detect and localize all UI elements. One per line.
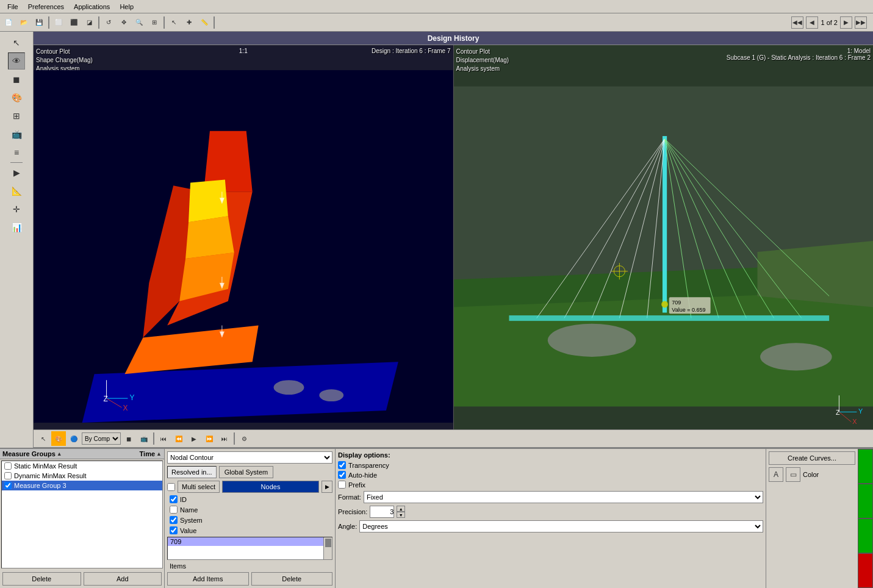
multi-select-cb[interactable] — [167, 483, 175, 491]
by-comp-select[interactable]: By Comp — [82, 432, 121, 445]
font-a-btn[interactable]: A — [769, 467, 783, 482]
sidebar-measure-icon[interactable]: 📐 — [8, 182, 25, 199]
rotate-btn[interactable]: ↺ — [101, 15, 116, 30]
border-btn[interactable]: ▭ — [786, 467, 800, 482]
entity-item-709[interactable]: 709 — [168, 537, 332, 546]
sidebar-model-icon[interactable]: ◼ — [8, 71, 25, 88]
probe-btn[interactable]: ✚ — [182, 15, 196, 30]
bt-model[interactable]: ◼ — [121, 431, 136, 446]
system-checkbox[interactable] — [170, 516, 178, 524]
bt-prev[interactable]: ⏮ — [156, 431, 171, 446]
nav-fwd-btn[interactable]: ▶ — [840, 16, 852, 29]
view-btn1[interactable]: ⬜ — [51, 15, 66, 30]
view-btn2[interactable]: ⬛ — [66, 15, 81, 30]
measure-groups-list: Static MinMax Result Dynamic MinMax Resu… — [1, 461, 163, 568]
svg-text:X: X — [123, 404, 128, 412]
view-btn3[interactable]: ◪ — [82, 15, 96, 30]
menu-preferences[interactable]: Preferences — [23, 3, 69, 10]
mg-buttons: Delete Add — [0, 570, 164, 588]
display-options-header: Display options: — [338, 451, 763, 459]
sidebar-mesh-icon[interactable]: ⊞ — [8, 107, 25, 124]
angle-select[interactable]: Degrees Radians — [359, 520, 763, 532]
save-btn[interactable]: 💾 — [32, 15, 46, 30]
precision-down[interactable]: ▼ — [397, 512, 405, 518]
sidebar-results-icon[interactable]: 📊 — [8, 219, 25, 236]
name-checkbox[interactable] — [170, 506, 178, 514]
bt-fwd[interactable]: ⏩ — [202, 431, 217, 446]
bt-last[interactable]: ⏭ — [217, 431, 232, 446]
right-viewport[interactable]: Contour Plot Displacement(Mag) Analysis … — [454, 45, 874, 448]
nav-prev-btn[interactable]: ◀◀ — [791, 16, 803, 29]
bt-settings[interactable]: ⚙ — [237, 431, 251, 446]
mg-item-dynamic[interactable]: Dynamic MinMax Result — [2, 471, 162, 481]
open-btn[interactable]: 📂 — [16, 15, 31, 30]
curves-icons-row: A ▭ Color — [769, 467, 855, 482]
bt-select[interactable]: ↖ — [36, 431, 51, 446]
mg-add-btn[interactable]: Add — [84, 572, 162, 586]
display-checkboxes: Transparency Auto-hide Prefix — [338, 461, 763, 489]
create-curves-btn[interactable]: Create Curves... — [769, 451, 855, 465]
nodes-expand-btn[interactable]: ▶ — [322, 481, 332, 493]
contour-type-select[interactable]: Nodal Contour Elemental Contour Vector P… — [167, 451, 332, 464]
format-row: Format: Fixed Scientific Engineering — [338, 491, 763, 503]
transparency-cb[interactable] — [338, 461, 346, 469]
bt-color[interactable]: 🎨 — [51, 431, 66, 446]
mg-delete-btn[interactable]: Delete — [2, 572, 81, 586]
mg-cb-group3[interactable] — [4, 482, 12, 489]
global-system-btn[interactable]: Global System — [219, 466, 274, 478]
measure-btn[interactable]: 📏 — [197, 15, 212, 30]
add-items-btn[interactable]: Add Items — [167, 572, 249, 586]
transparency-row: Transparency — [338, 461, 763, 469]
multi-select-btn[interactable]: Multi select — [178, 481, 220, 493]
menu-help[interactable]: Help — [115, 3, 138, 10]
precision-input[interactable] — [370, 506, 394, 518]
prefix-cb[interactable] — [338, 481, 346, 489]
menu-file[interactable]: File — [2, 3, 23, 10]
sidebar-contour-icon[interactable]: 🎨 — [8, 89, 25, 106]
mg-cb-dynamic[interactable] — [4, 472, 12, 479]
svg-text:709: 709 — [672, 299, 681, 306]
entity-listbox[interactable]: 709 — [167, 537, 332, 560]
svg-text:Y: Y — [858, 407, 863, 415]
precision-up[interactable]: ▲ — [397, 506, 405, 512]
delete-entity-btn[interactable]: Delete — [251, 572, 333, 586]
fit-btn[interactable]: ⊞ — [147, 15, 162, 30]
value-checkbox[interactable] — [170, 526, 178, 534]
select-btn[interactable]: ↖ — [167, 15, 181, 30]
bt-back[interactable]: ⏪ — [171, 431, 186, 446]
format-select[interactable]: Fixed Scientific Engineering — [364, 491, 763, 503]
sidebar-animate-icon[interactable]: ▶ — [8, 164, 25, 181]
mg-cb-static[interactable] — [4, 462, 12, 470]
sidebar-cursor-icon[interactable]: ↖ — [8, 34, 25, 51]
mg-item-static[interactable]: Static MinMax Result — [2, 461, 162, 471]
bt-play[interactable]: ▶ — [187, 431, 201, 446]
left-viewport[interactable]: Contour Plot Shape Change(Mag) Analysis … — [34, 45, 454, 448]
new-btn[interactable]: 📄 — [1, 15, 16, 30]
svg-marker-26 — [757, 241, 873, 307]
svg-point-15 — [274, 380, 304, 395]
mg-header-label: Measure Groups ▲ — [2, 450, 62, 457]
zoom-btn[interactable]: 🔍 — [132, 15, 146, 30]
sidebar-view-icon[interactable]: 👁 — [8, 52, 25, 70]
entity-scrollbar[interactable] — [323, 537, 332, 559]
left-sidebar: ↖ 👁 ◼ 🎨 ⊞ 📺 ≡ ▶ 📐 ✛ 📊 — [0, 32, 34, 448]
precision-row: Precision: ▲ ▼ — [338, 506, 763, 518]
pan-btn[interactable]: ✥ — [117, 15, 131, 30]
sidebar-probe-icon[interactable]: ✛ — [8, 201, 25, 218]
color-bars — [858, 449, 873, 588]
value-checkbox-row: Value — [170, 526, 332, 534]
nav-last-btn[interactable]: ▶▶ — [855, 16, 867, 29]
bt-contour[interactable]: 🔵 — [66, 431, 81, 446]
autohide-cb[interactable] — [338, 471, 346, 479]
sidebar-display-icon[interactable]: 📺 — [8, 126, 25, 143]
left-model-svg: Z Y X — [34, 45, 453, 448]
mg-item-group3[interactable]: Measure Group 3 — [2, 481, 162, 490]
display-options-panel: Display options: Transparency Auto-hide … — [336, 449, 766, 588]
nodes-select-btn[interactable]: Nodes — [222, 481, 319, 493]
nav-back-btn[interactable]: ◀ — [806, 16, 818, 29]
sidebar-layers-icon[interactable]: ≡ — [8, 144, 25, 161]
svg-point-16 — [319, 389, 343, 401]
bt-display[interactable]: 📺 — [137, 431, 151, 446]
menu-applications[interactable]: Applications — [69, 3, 115, 10]
id-checkbox[interactable] — [170, 495, 178, 503]
